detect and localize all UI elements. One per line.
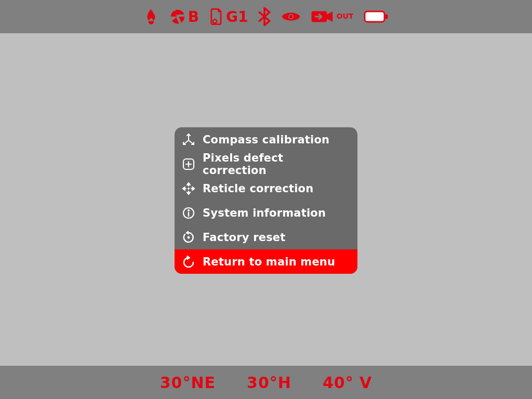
info-icon [182,206,195,220]
top-status-bar: B G1 [0,0,532,33]
return-icon [182,255,195,269]
reset-icon [182,231,195,244]
profile-status: G1 [209,8,248,25]
settings-menu: Compass calibration Pixels defect correc… [175,127,357,274]
profile-file-icon [209,8,224,25]
compass-vertical: 40° V [323,374,372,392]
aperture-icon [169,8,186,25]
compass-heading: 30°NE [160,374,216,392]
profile-label: G1 [226,8,248,25]
menu-item-pixel-defect[interactable]: Pixels defect correction [175,152,357,176]
svg-rect-5 [385,15,388,19]
menu-item-label: Return to main menu [203,256,335,268]
video-camera-icon [311,9,334,24]
axes-icon [182,133,195,147]
svg-line-7 [183,140,189,144]
eye-icon [281,9,301,24]
menu-item-label: Reticle correction [203,182,313,195]
menu-item-return[interactable]: Return to main menu [175,249,357,274]
aperture-status: B [169,8,199,25]
mode-label: B [188,8,199,25]
menu-item-system-info[interactable]: System information [175,201,357,225]
menu-item-reticle-correction[interactable]: Reticle correction [175,176,357,201]
plus-square-icon [182,157,195,171]
menu-item-factory-reset[interactable]: Factory reset [175,225,357,249]
video-out-status: OUT [311,9,353,24]
reticle-icon [182,182,195,195]
menu-item-label: Factory reset [203,231,286,244]
svg-marker-17 [187,256,190,260]
svg-line-8 [189,140,194,144]
svg-point-16 [188,236,190,238]
svg-point-0 [213,19,217,23]
battery-icon [364,10,389,23]
bluetooth-icon [258,7,271,26]
svg-rect-4 [365,11,384,22]
bottom-status-bar: 30°NE 30°H 40° V [0,366,532,399]
menu-item-label: Pixels defect correction [203,152,350,177]
svg-point-2 [290,15,293,18]
compass-horizontal: 30°H [247,374,291,392]
menu-item-compass-calibration[interactable]: Compass calibration [175,127,357,152]
svg-point-12 [188,188,190,189]
device-screen: B G1 [0,0,532,399]
video-out-label: OUT [336,12,353,20]
menu-item-label: System information [203,207,326,219]
flame-icon [143,7,159,26]
svg-point-14 [188,209,189,211]
menu-item-label: Compass calibration [203,134,329,146]
